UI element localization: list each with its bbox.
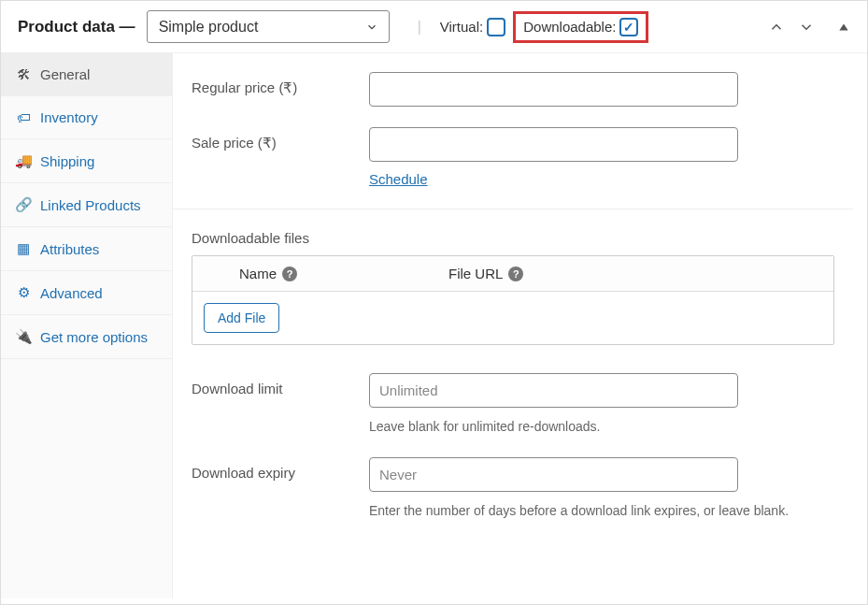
sale-price-label: Sale price (₹) [192, 127, 369, 151]
schedule-link[interactable]: Schedule [369, 171, 428, 187]
col-name-text: Name [239, 266, 277, 281]
move-up-icon[interactable] [768, 19, 785, 36]
table-header: Name ? File URL ? [192, 256, 833, 292]
download-limit-input[interactable] [369, 373, 738, 408]
tab-label: Get more options [40, 329, 148, 345]
col-name: Name ? [192, 256, 435, 291]
download-expiry-input[interactable] [369, 457, 738, 492]
divider [173, 209, 853, 209]
help-icon[interactable]: ? [508, 266, 523, 281]
download-limit-label: Download limit [192, 373, 369, 396]
wrench-icon: 🛠 [16, 66, 31, 82]
tab-inventory[interactable]: 🏷 Inventory [1, 96, 172, 139]
tab-content: Regular price (₹) Sale price (₹) Schedul… [173, 53, 867, 598]
download-expiry-row: Download expiry Enter the number of days… [192, 457, 834, 521]
panel-header: Product data — Simple product | Virtual:… [1, 1, 867, 53]
download-limit-row: Download limit Leave blank for unlimited… [192, 373, 834, 437]
tab-label: Advanced [40, 285, 103, 301]
calendar-icon: ▦ [16, 240, 31, 257]
tag-icon: 🏷 [16, 109, 31, 125]
downloadable-files-table: Name ? File URL ? Add File [192, 255, 834, 345]
tab-attributes[interactable]: ▦ Attributes [1, 227, 172, 271]
link-icon: 🔗 [16, 196, 31, 213]
download-expiry-label: Download expiry [192, 457, 369, 481]
tabs-sidebar: 🛠 General 🏷 Inventory 🚚 Shipping 🔗 Linke… [1, 53, 173, 598]
regular-price-row: Regular price (₹) [192, 72, 834, 107]
download-expiry-help: Enter the number of days before a downlo… [369, 501, 799, 521]
regular-price-input[interactable] [369, 72, 738, 107]
regular-price-label: Regular price (₹) [192, 72, 369, 96]
svg-marker-0 [839, 23, 847, 30]
downloadable-label: Downloadable: [523, 19, 616, 35]
move-down-icon[interactable] [798, 19, 815, 36]
tab-get-more-options[interactable]: 🔌 Get more options [1, 315, 172, 359]
tab-label: Shipping [40, 153, 94, 169]
add-file-button[interactable]: Add File [204, 303, 279, 333]
virtual-checkbox[interactable] [487, 18, 505, 36]
collapse-icon[interactable] [837, 21, 850, 34]
table-footer: Add File [192, 292, 833, 344]
tab-label: Attributes [40, 241, 99, 257]
tab-advanced[interactable]: ⚙ Advanced [1, 271, 172, 315]
download-limit-help: Leave blank for unlimited re-downloads. [369, 417, 799, 437]
gear-icon: ⚙ [16, 284, 31, 301]
downloadable-checkbox[interactable] [619, 18, 638, 36]
virtual-label: Virtual: [440, 19, 483, 35]
sale-price-row: Sale price (₹) Schedule [192, 127, 834, 188]
sale-price-input[interactable] [369, 127, 738, 162]
header-controls [768, 19, 850, 36]
truck-icon: 🚚 [16, 152, 31, 169]
virtual-group: Virtual: [440, 18, 505, 36]
tab-linked-products[interactable]: 🔗 Linked Products [1, 183, 172, 227]
col-file-url: File URL ? [435, 256, 536, 291]
panel-title: Product data — [18, 18, 135, 36]
help-icon[interactable]: ? [282, 266, 297, 281]
product-type-select-wrap: Simple product [147, 10, 390, 43]
product-data-panel: Product data — Simple product | Virtual:… [0, 0, 868, 605]
tab-label: Inventory [40, 109, 98, 125]
plug-icon: 🔌 [16, 328, 31, 345]
tab-shipping[interactable]: 🚚 Shipping [1, 139, 172, 183]
panel-body: 🛠 General 🏷 Inventory 🚚 Shipping 🔗 Linke… [1, 53, 867, 598]
product-type-select[interactable]: Simple product [147, 10, 390, 43]
col-url-text: File URL [448, 266, 503, 281]
tab-label: General [40, 66, 90, 82]
tab-general[interactable]: 🛠 General [1, 53, 172, 96]
downloadable-highlight: Downloadable: [513, 11, 648, 43]
downloadable-files-label: Downloadable files [192, 230, 834, 246]
tab-label: Linked Products [40, 197, 141, 213]
